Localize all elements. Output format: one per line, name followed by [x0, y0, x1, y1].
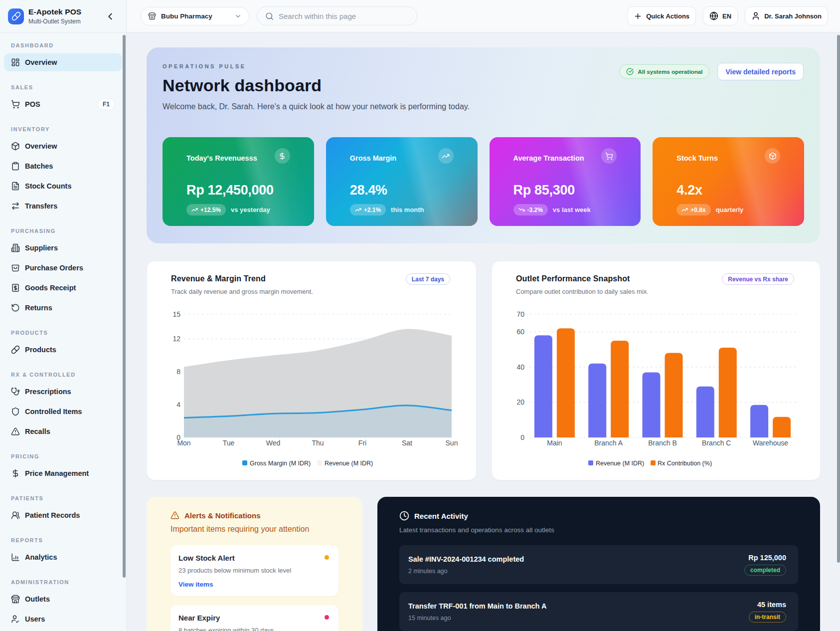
- svg-text:Sat: Sat: [402, 439, 412, 447]
- svg-text:Wed: Wed: [266, 439, 281, 447]
- svg-text:4: 4: [176, 401, 180, 409]
- svg-text:15: 15: [172, 310, 180, 318]
- svg-text:70: 70: [516, 310, 524, 318]
- svg-text:Branch C: Branch C: [702, 439, 731, 447]
- svg-text:Mon: Mon: [177, 439, 190, 447]
- svg-text:Rx Contribution (%): Rx Contribution (%): [658, 460, 712, 467]
- svg-text:40: 40: [516, 363, 524, 371]
- svg-text:Sun: Sun: [446, 439, 458, 447]
- svg-text:Branch A: Branch A: [594, 439, 623, 447]
- svg-text:Branch B: Branch B: [648, 439, 677, 447]
- svg-text:Revenue (M IDR): Revenue (M IDR): [596, 460, 644, 467]
- svg-text:20: 20: [516, 398, 524, 406]
- svg-text:Revenue (M IDR): Revenue (M IDR): [325, 460, 373, 467]
- svg-text:Fri: Fri: [358, 439, 366, 447]
- svg-text:Warehouse: Warehouse: [753, 439, 788, 447]
- svg-text:Main: Main: [547, 439, 562, 447]
- svg-text:8: 8: [176, 368, 180, 376]
- svg-text:12: 12: [172, 335, 180, 343]
- svg-text:Thu: Thu: [312, 439, 324, 447]
- svg-text:60: 60: [516, 328, 524, 336]
- svg-text:0: 0: [520, 433, 524, 441]
- svg-text:Tue: Tue: [223, 439, 235, 447]
- svg-text:Gross Margin (M IDR): Gross Margin (M IDR): [250, 460, 311, 467]
